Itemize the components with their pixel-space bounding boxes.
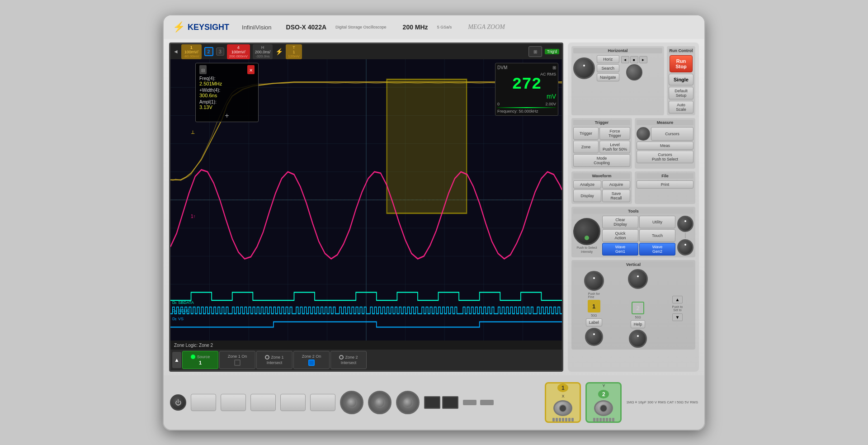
soft-btn-5[interactable] [310,394,335,411]
vertical-up-btn[interactable]: ▲ [672,296,683,303]
display-btn[interactable]: Display [573,189,601,202]
meas-restore-btn[interactable]: ⊟ [199,65,207,74]
default-setup-btn[interactable]: DefaultSetup [669,87,693,99]
horizontal-knob[interactable] [573,57,595,79]
zone2-on-btn[interactable]: Zone 2 On [293,351,330,369]
acquire-btn[interactable]: Acquire [602,180,630,189]
source-btn[interactable]: Source 1 [182,351,218,369]
t-selector[interactable]: T 1 120mV [286,44,302,59]
ch1-position-knob[interactable] [584,271,604,291]
nav-left-btn[interactable]: ◄ [621,56,629,63]
zone2-intersect-btn[interactable]: Zone 2 Intersect [330,351,367,369]
ch2-impedance: 50Ω [635,316,641,319]
horiz-btn[interactable]: Horiz [597,55,619,63]
trigger-btn[interactable]: Trigger [573,127,599,140]
ch1-selector[interactable]: 1 100mV/ -80.00mV [181,44,202,59]
soft-btn-1[interactable] [191,394,216,411]
main-content: ◄ 1 100mV/ -80.00mV 2 [164,39,704,375]
ch1-conn-label: 1 [557,383,568,392]
ch2-position-knob[interactable] [628,269,648,289]
cal-bnc-2[interactable] [368,391,392,414]
run-stop-btn[interactable]: RunStop [670,55,692,72]
cursors-btn[interactable]: Cursors [651,127,693,141]
toolbar-scroll-up[interactable]: ▲ [172,352,181,368]
auto-scale-btn[interactable]: AutoScale [669,101,693,114]
dvm-settings-icon[interactable]: ⊞ [552,65,556,70]
search-btn[interactable]: Search [597,64,619,72]
save-recall-btn[interactable]: SaveRecall [602,189,630,202]
zone-status-bar: Zone Logic: Zone 2 [170,341,562,350]
zone-btn[interactable]: Zone [573,141,599,153]
ch1-connector[interactable]: 1 X [545,382,581,423]
cal-bnc-3[interactable] [396,391,420,414]
meas-close-btn[interactable]: ✕ [247,65,255,74]
source-indicator [191,355,195,359]
measure-knob[interactable] [637,127,650,141]
scroll-left-arrow[interactable]: ◄ [173,48,179,55]
quick-action-btn[interactable]: QuickAction [602,229,638,242]
right-knob[interactable] [677,216,693,232]
tools-title: Tools [573,208,693,214]
pin2 [556,418,558,421]
trigger-buttons: Trigger ForceTrigger Zone LevelPush for … [573,127,630,167]
ch2-selector[interactable]: 2 [204,47,213,56]
soft-btn-2[interactable] [221,394,246,411]
force-trigger-btn[interactable]: ForceTrigger [599,127,630,140]
single-btn[interactable]: Single [669,74,693,85]
keysight-logo: ⚡ KEYSIGHT [173,21,229,33]
utility-btn[interactable]: Utility [639,216,675,228]
wave-gen1-btn[interactable]: WaveGen1 [602,243,638,256]
d2-label: D₂ VS [172,315,194,322]
label-btn[interactable]: Label [586,318,602,327]
help-btn[interactable]: Help [631,320,646,328]
ch4-selector[interactable]: 4 100mV/ 200.000mV [227,44,250,59]
print-btn[interactable]: Print [637,180,693,189]
zone1-intersect-sub: Intersect [267,360,283,365]
ch2-ground-indicator: 1↑ [191,214,196,219]
horizontal-nav: ◄ ■ ► [621,56,647,80]
add-measurement-btn[interactable]: + [199,112,255,120]
vertical-down-btn[interactable]: ▼ [672,313,683,321]
ch1-pos-dot [593,277,595,279]
soft-btn-3[interactable] [250,394,276,411]
screen-mode-btn[interactable]: ⊞ [528,46,542,57]
level-btn[interactable]: LevelPush for 50% [599,141,630,153]
ch1-label: 1 [190,45,193,50]
usb-port-1[interactable] [424,396,440,409]
tools-main-knob[interactable] [573,218,600,245]
zoom-knob[interactable] [626,64,642,80]
meas-header: ⊟ ✕ [199,65,255,74]
right-knob-2[interactable] [677,239,693,256]
wave-gen2-btn[interactable]: WaveGen2 [639,243,675,256]
analyze-btn[interactable]: Analyze [573,180,601,189]
cursors-push-btn[interactable]: CursorsPush to Select [637,151,693,163]
zone-toolbar: ▲ Source 1 Zone 1 On [170,350,562,370]
nav-right-btn[interactable]: ► [639,56,647,63]
h-selector[interactable]: H 200.0ns/ -320.0ns [253,44,273,59]
navigate-btn[interactable]: Navigate [597,73,619,81]
clear-display-btn[interactable]: ClearDisplay [602,216,638,228]
ch1-scale-knob[interactable] [585,328,603,346]
dvm-unit: mV [497,93,556,100]
zone1-on-btn[interactable]: Zone 1 On [219,351,255,369]
mode-coupling-btn[interactable]: ModeCoupling [573,154,630,167]
right-knob-dot [684,220,686,222]
ch1-sub: -80.00mV [184,54,199,58]
meas-btn[interactable]: Meas [637,142,693,150]
usb-port-2[interactable] [442,396,458,409]
push-select-label: Push to Select [576,246,597,249]
touch-btn[interactable]: Touch [639,229,675,242]
cal-bnc-1[interactable] [340,391,363,414]
ch1-indicator[interactable]: 1 [588,300,600,312]
ch3-selector[interactable]: 3 [216,47,224,56]
tools-knob-area: Push to Select Intensity [573,218,600,253]
nav-stop-btn[interactable]: ■ [630,56,638,63]
power-btn[interactable]: ⏻ [170,394,186,411]
zone1-intersect-btn[interactable]: Zone 1 Intersect [256,351,292,369]
ch2-scale-knob[interactable] [629,330,647,348]
pin-ch2-4 [603,418,605,421]
tools-section: Tools Push to Select Intensity ClearDisp… [571,207,695,257]
ch2-indicator[interactable]: 2 [632,302,644,314]
ch2-connector[interactable]: Y 2 [585,382,622,423]
soft-btn-4[interactable] [280,394,306,411]
